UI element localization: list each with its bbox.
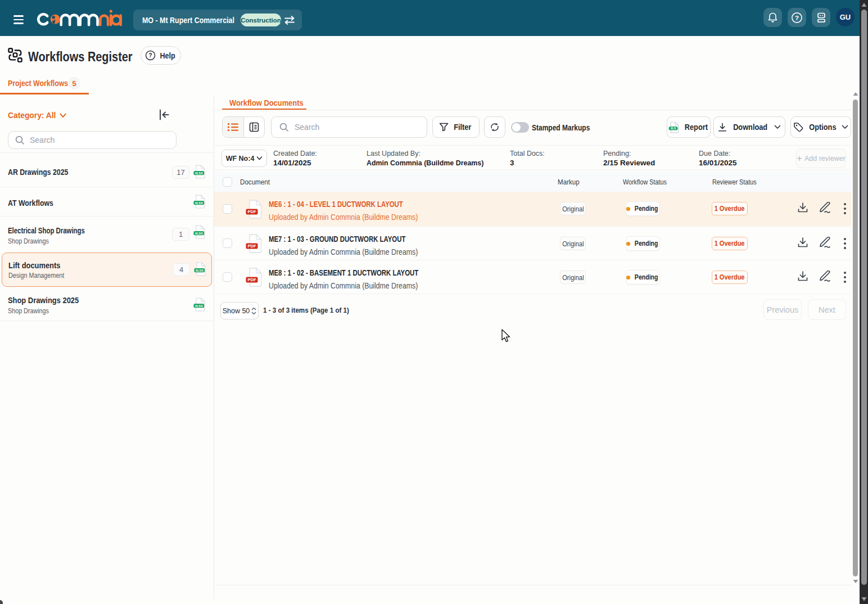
svg-text:XLSX: XLSX xyxy=(195,172,203,175)
svg-text:XLSX: XLSX xyxy=(195,201,203,205)
svg-text:XLSX: XLSX xyxy=(195,232,203,235)
svg-text:?: ? xyxy=(149,52,152,58)
svg-text:?: ? xyxy=(795,14,799,21)
svg-text:XLS: XLS xyxy=(670,127,676,130)
svg-text:PDF: PDF xyxy=(247,209,256,214)
svg-text:XLSX: XLSX xyxy=(195,304,203,308)
svg-text:PDF: PDF xyxy=(247,277,256,282)
svg-text:XLSX: XLSX xyxy=(196,269,204,272)
svg-text:PDF: PDF xyxy=(247,244,256,249)
